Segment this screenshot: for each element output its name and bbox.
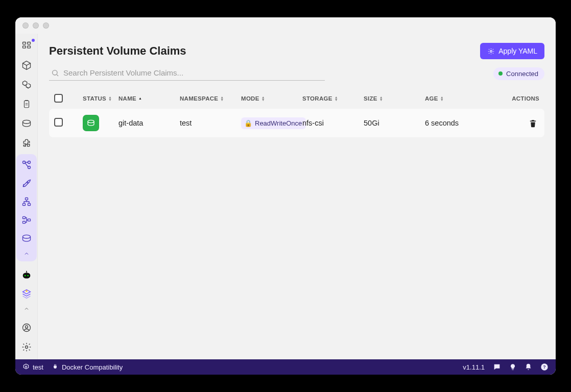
svg-text:?: ? (543, 364, 545, 370)
docker-compat-label: Docker Compatibility (62, 363, 123, 371)
main-content: Persistent Volume Claims Apply YAML Conn… (38, 34, 556, 359)
storage-icon[interactable] (17, 230, 36, 247)
delete-button[interactable] (527, 117, 539, 130)
svg-rect-3 (27, 46, 30, 48)
sort-asc-icon: ▲ (138, 97, 142, 100)
svg-rect-1 (27, 42, 30, 44)
svg-rect-4 (24, 101, 29, 108)
chat-icon[interactable] (493, 363, 501, 371)
sidebar-group-extensions (16, 264, 37, 316)
statusbar: test Docker Compatibility v1.11.1 ? (15, 359, 556, 375)
lock-icon: 🔒 (244, 119, 252, 127)
svg-point-26 (88, 120, 94, 122)
svg-rect-14 (22, 222, 25, 224)
svg-point-5 (22, 120, 30, 124)
window-zoom-icon[interactable] (43, 22, 49, 29)
status-dot-icon (498, 71, 503, 76)
titlebar (15, 17, 556, 34)
sort-icon: ▲▼ (440, 96, 444, 101)
svg-point-9 (27, 182, 28, 183)
plug-icon (52, 363, 59, 371)
row-storage: nfs-csi (302, 119, 364, 127)
disk-icon[interactable] (17, 114, 36, 133)
toolbar: Connected (49, 66, 544, 81)
rocket-icon[interactable] (17, 175, 36, 192)
table-row[interactable]: git-data test 🔒 ReadWriteOnce nfs-csi 50… (49, 109, 544, 137)
row-name: git-data (118, 119, 180, 127)
svg-rect-13 (22, 216, 25, 218)
col-storage[interactable]: STORAGE ▲▼ (302, 95, 364, 102)
svg-point-19 (27, 275, 29, 277)
help-icon[interactable]: ? (540, 363, 549, 371)
select-all-header (54, 94, 83, 103)
svg-rect-10 (25, 198, 28, 200)
status-bound-icon (83, 115, 99, 131)
svg-point-16 (22, 235, 30, 238)
dashboard-icon[interactable] (17, 37, 36, 55)
apply-yaml-button[interactable]: Apply YAML (480, 43, 544, 59)
col-age[interactable]: AGE ▲▼ (425, 95, 498, 102)
network-icon[interactable] (17, 156, 36, 174)
col-status[interactable]: STATUS ▲▼ (83, 95, 118, 102)
pvc-table: STATUS ▲▼ NAME ▲ NAMESPACE ▲▼ MODE ▲▼ (49, 90, 544, 137)
settings-icon[interactable] (17, 338, 36, 356)
row-checkbox[interactable] (54, 118, 63, 127)
col-namespace[interactable]: NAMESPACE ▲▼ (180, 95, 241, 102)
sort-icon: ▲▼ (335, 96, 338, 101)
bell-icon[interactable] (525, 363, 532, 371)
svg-point-23 (25, 346, 28, 349)
layers-icon[interactable] (17, 285, 36, 302)
robot-icon[interactable] (17, 266, 36, 284)
col-actions: ACTIONS (498, 95, 539, 102)
select-all-checkbox[interactable] (54, 94, 63, 103)
svg-point-27 (26, 366, 27, 368)
sidebar-group-networking (16, 154, 37, 261)
account-icon[interactable] (17, 318, 36, 337)
app-window: Persistent Volume Claims Apply YAML Conn… (15, 17, 556, 375)
svg-rect-15 (28, 219, 30, 221)
context-indicator[interactable]: test (22, 363, 43, 371)
svg-point-25 (53, 70, 57, 75)
topology-icon[interactable] (17, 211, 36, 229)
clipboard-icon[interactable] (17, 95, 36, 113)
table-header: STATUS ▲▼ NAME ▲ NAMESPACE ▲▼ MODE ▲▼ (49, 90, 544, 107)
svg-rect-12 (28, 203, 30, 205)
row-mode: 🔒 ReadWriteOnce (241, 117, 302, 129)
page-header: Persistent Volume Claims Apply YAML (49, 43, 544, 59)
window-minimize-icon[interactable] (33, 22, 39, 29)
gear-small-icon (487, 47, 495, 55)
search-icon (51, 69, 59, 77)
svg-rect-0 (22, 42, 26, 44)
connection-status-label: Connected (506, 70, 538, 78)
collapse-group-icon[interactable] (16, 248, 37, 259)
row-status (83, 115, 118, 131)
col-mode[interactable]: MODE ▲▼ (241, 95, 302, 102)
row-actions (498, 117, 539, 130)
app-body: Persistent Volume Claims Apply YAML Conn… (15, 34, 556, 359)
col-name[interactable]: NAME ▲ (118, 95, 180, 102)
row-age: 6 seconds (425, 119, 498, 127)
lightbulb-icon[interactable] (509, 363, 516, 371)
nodes-icon[interactable] (17, 193, 36, 210)
collapse-group-icon[interactable] (16, 303, 37, 314)
svg-rect-17 (22, 273, 30, 278)
row-size: 50Gi (364, 119, 425, 127)
containers-icon[interactable] (17, 76, 36, 94)
search-field[interactable] (49, 66, 325, 81)
trash-icon (529, 119, 537, 128)
kubernetes-icon (22, 363, 30, 371)
col-size[interactable]: SIZE ▲▼ (364, 95, 425, 102)
search-input[interactable] (63, 68, 323, 77)
svg-point-24 (490, 50, 492, 52)
puzzle-icon[interactable] (17, 134, 36, 152)
svg-rect-11 (22, 203, 25, 205)
sort-icon: ▲▼ (108, 96, 112, 101)
mode-badge: 🔒 ReadWriteOnce (241, 117, 306, 129)
sort-icon: ▲▼ (261, 96, 265, 101)
window-close-icon[interactable] (22, 22, 29, 29)
docker-compat-indicator[interactable]: Docker Compatibility (52, 363, 123, 371)
sort-icon: ▲▼ (379, 96, 383, 101)
cube-icon[interactable] (17, 56, 36, 75)
sort-icon: ▲▼ (220, 96, 224, 101)
sidebar (15, 34, 38, 359)
